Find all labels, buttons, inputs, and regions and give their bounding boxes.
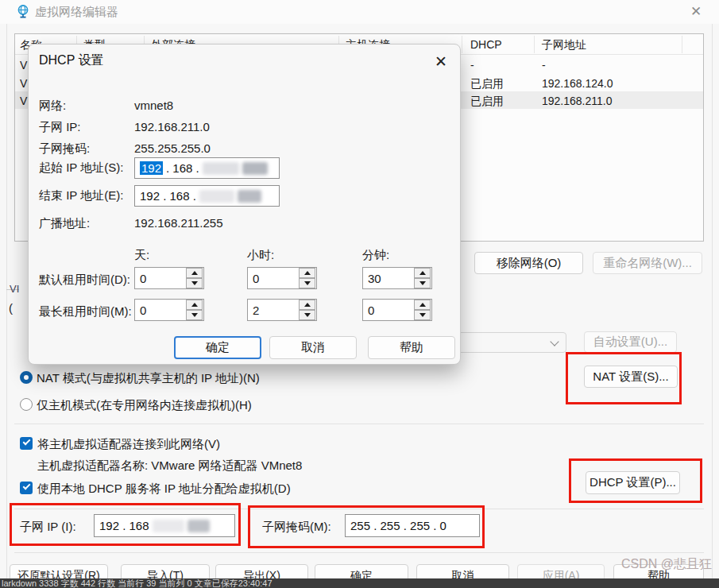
connect-adapter-checkbox[interactable]	[20, 437, 33, 450]
stepper-down-button[interactable]	[186, 310, 203, 320]
default-lease-label: 默认租用时间(D):	[39, 273, 130, 288]
selected-text: 192	[140, 161, 163, 175]
start-ip-rest: . 168 .	[166, 161, 199, 175]
chevron-down-icon	[550, 337, 559, 346]
table-row-subnet[interactable]: 192.168.124.0	[542, 77, 613, 90]
stepper-up-button[interactable]	[186, 268, 203, 278]
annotation-box-subnet-ip	[10, 503, 241, 546]
max-lease-minutes-stepper[interactable]: 0	[362, 299, 432, 321]
subnet-mask-value: 255.255.255.0	[134, 141, 211, 155]
triangle-down-icon	[304, 281, 311, 285]
dialog-title: DHCP 设置	[39, 52, 104, 69]
triangle-down-icon	[191, 313, 198, 317]
triangle-up-icon	[304, 303, 311, 307]
nat-mode-label[interactable]: NAT 模式(与虚拟机共享主机的 IP 地址)(N)	[37, 371, 260, 386]
dialog-close-icon[interactable]: ✕	[424, 48, 458, 74]
redaction-blur	[242, 162, 268, 175]
use-dhcp-checkbox[interactable]	[20, 482, 33, 494]
dialog-help-button[interactable]: 帮助	[368, 336, 455, 359]
hostonly-mode-label[interactable]: 仅主机模式(在专用网络内连接虚拟机)(H)	[37, 398, 252, 413]
stepper-up-button[interactable]	[414, 300, 431, 310]
window-close-icon[interactable]: ✕	[680, 0, 712, 22]
connect-adapter-label[interactable]: 将主机虚拟适配器连接到此网络(V)	[37, 437, 220, 452]
stepper-up-button[interactable]	[299, 268, 315, 278]
network-value: vmnet8	[134, 99, 173, 112]
dialog-cancel-button[interactable]: 取消	[269, 336, 357, 359]
nat-mode-radio[interactable]	[20, 371, 33, 384]
hours-column-label: 小时:	[247, 248, 274, 263]
table-row-subnet[interactable]: -	[542, 59, 546, 72]
table-row-dhcp[interactable]: -	[470, 59, 474, 72]
start-ip-label: 起始 IP 地址(S):	[39, 161, 123, 176]
default-lease-days-stepper[interactable]: 0	[134, 267, 204, 289]
triangle-up-icon	[191, 303, 198, 307]
stepper-down-button[interactable]	[299, 278, 315, 288]
stepper-value: 0	[140, 304, 146, 317]
triangle-down-icon	[304, 313, 311, 317]
stepper-up-button[interactable]	[186, 300, 203, 310]
redaction-blur	[238, 190, 261, 203]
broadcast-label: 广播地址:	[39, 216, 90, 231]
stepper-down-button[interactable]	[299, 310, 315, 320]
checkmark-icon	[22, 482, 30, 490]
window-right-border	[712, 24, 713, 578]
network-label: 网络:	[39, 99, 66, 114]
stepper-value: 0	[140, 272, 146, 285]
section-divider	[14, 424, 704, 424]
bridged-radio-clip: (	[9, 301, 13, 315]
column-separator	[462, 36, 462, 53]
app-network-icon	[16, 4, 30, 18]
stepper-down-button[interactable]	[414, 310, 431, 320]
end-ip-input[interactable]: 192 . 168 .	[134, 185, 280, 207]
stepper-down-button[interactable]	[186, 278, 203, 288]
triangle-down-icon	[191, 281, 198, 285]
hostonly-mode-radio[interactable]	[20, 398, 33, 411]
triangle-down-icon	[419, 313, 426, 317]
redaction-blur	[203, 162, 239, 175]
redaction-blur	[199, 190, 234, 203]
auto-settings-button: 自动设置(U)...	[584, 331, 677, 353]
default-lease-hours-stepper[interactable]: 0	[247, 267, 317, 289]
annotation-box-nat-settings	[566, 352, 682, 404]
max-lease-hours-stepper[interactable]: 2	[247, 299, 317, 321]
window-left-border	[6, 24, 7, 578]
csdn-watermark: CSDN @悲且狂	[621, 556, 712, 573]
table-row-dhcp[interactable]: 已启用	[470, 95, 504, 109]
triangle-up-icon	[419, 303, 426, 307]
remove-network-button[interactable]: 移除网络(O)	[474, 252, 583, 274]
use-dhcp-label[interactable]: 使用本地 DHCP 服务将 IP 地址分配给虚拟机(D)	[37, 482, 291, 497]
stepper-value: 30	[368, 272, 381, 285]
table-row-dhcp[interactable]: 已启用	[470, 77, 504, 91]
stepper-up-button[interactable]	[299, 300, 315, 310]
section-divider	[14, 552, 704, 553]
stepper-up-button[interactable]	[414, 268, 431, 278]
broadcast-value: 192.168.211.255	[134, 216, 223, 230]
dialog-ok-button[interactable]: 确定	[174, 336, 261, 359]
triangle-up-icon	[304, 271, 311, 275]
days-column-label: 天:	[134, 248, 149, 263]
max-lease-label: 最长租用时间(M):	[39, 304, 132, 319]
triangle-up-icon	[191, 271, 198, 275]
end-ip-visible: 192 . 168 .	[140, 189, 196, 203]
subnet-ip-value: 192.168.211.0	[134, 120, 210, 133]
vmnet-info-label-clip: VI	[10, 283, 19, 295]
annotation-box-dhcp-settings	[569, 458, 702, 503]
stepper-value: 0	[368, 304, 374, 317]
adapter-name-text: 主机虚拟适配器名称: VMware 网络适配器 VMnet8	[37, 458, 302, 474]
stepper-value: 2	[253, 304, 259, 317]
col-header-dhcp: DHCP	[470, 38, 502, 51]
max-lease-days-stepper[interactable]: 0	[134, 299, 204, 321]
stepper-down-button[interactable]	[414, 278, 431, 288]
table-row-subnet[interactable]: 192.168.211.0	[542, 95, 613, 107]
triangle-down-icon	[419, 281, 426, 285]
window-title: 虚拟网络编辑器	[35, 5, 118, 20]
window-titlebar: 虚拟网络编辑器 ✕	[0, 0, 719, 24]
column-separator	[534, 36, 535, 53]
checkmark-icon	[22, 438, 30, 446]
end-ip-label: 结束 IP 地址(E):	[39, 188, 123, 203]
rename-network-button: 重命名网络(W)...	[593, 252, 702, 274]
minutes-column-label: 分钟:	[362, 248, 389, 263]
start-ip-input[interactable]: 192 . 168 .	[134, 157, 280, 179]
default-lease-minutes-stepper[interactable]: 30	[362, 267, 432, 289]
subnet-mask-label: 子网掩码:	[39, 141, 90, 157]
